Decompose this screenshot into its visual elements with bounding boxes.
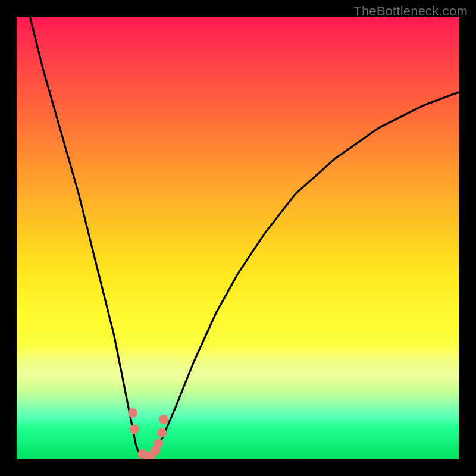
chart-area (17, 17, 459, 459)
sample-point (143, 452, 152, 460)
sample-points (128, 408, 168, 459)
sample-point (128, 408, 137, 418)
sample-point (137, 449, 147, 459)
sample-point (146, 451, 156, 459)
highlight-band (17, 343, 459, 396)
sample-point (157, 428, 167, 437)
sample-point (151, 446, 161, 455)
sample-point (159, 415, 168, 424)
sample-point (130, 424, 139, 434)
sample-point (154, 439, 163, 448)
